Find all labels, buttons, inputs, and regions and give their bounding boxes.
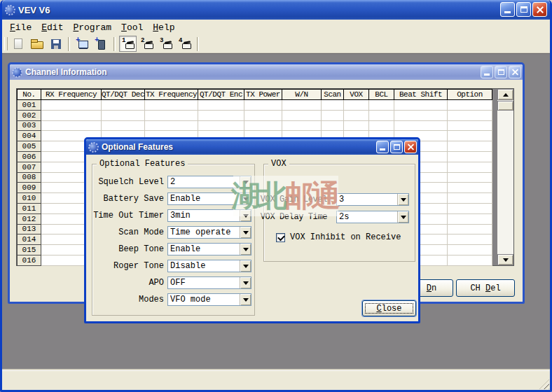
channel-cell[interactable]: [41, 110, 102, 120]
channel-cell[interactable]: [322, 110, 344, 120]
chevron-down-icon[interactable]: [240, 176, 251, 188]
channel-cell[interactable]: [448, 234, 492, 245]
close-button[interactable]: [532, 2, 547, 17]
scroll-thumb[interactable]: [497, 101, 513, 111]
channel-cell[interactable]: [448, 100, 492, 111]
channel-cell[interactable]: [448, 245, 492, 255]
channel-cell[interactable]: [448, 203, 492, 214]
channel-cell[interactable]: [448, 193, 492, 204]
channel-cell[interactable]: [448, 255, 492, 265]
channel-cell[interactable]: [102, 100, 145, 111]
menu-item-edit[interactable]: Edit: [36, 21, 68, 34]
chevron-down-icon[interactable]: [240, 193, 251, 204]
minimize-button[interactable]: [500, 2, 515, 17]
channel-cell[interactable]: [394, 110, 448, 120]
chevron-down-icon[interactable]: [397, 194, 408, 205]
channel-cell[interactable]: [448, 214, 492, 224]
vertical-scrollbar[interactable]: [497, 89, 513, 265]
channel-cell[interactable]: [344, 110, 369, 120]
channel-cell[interactable]: [244, 120, 282, 131]
chevron-down-icon[interactable]: [240, 227, 251, 238]
dialog-maximize-button[interactable]: [390, 141, 403, 153]
channel-cell[interactable]: [448, 120, 492, 131]
channel-cell[interactable]: [198, 100, 244, 111]
channel-window-title: Channel Information: [25, 67, 107, 77]
vox-inhibit-checkbox[interactable]: [276, 233, 285, 242]
channel-cell[interactable]: [448, 162, 492, 172]
channel-group-1-button[interactable]: 1: [119, 36, 137, 52]
channel-cell[interactable]: [282, 100, 322, 111]
vox-gain-level-combo[interactable]: 3: [336, 193, 409, 206]
toolbar-separator: [113, 37, 116, 51]
channel-cell[interactable]: [41, 100, 102, 111]
dialog-minimize-button[interactable]: [376, 141, 389, 153]
ch-del-button[interactable]: CH Del: [456, 279, 515, 297]
channel-cell[interactable]: [448, 110, 492, 120]
chevron-down-icon[interactable]: [240, 210, 251, 221]
channel-cell[interactable]: [369, 110, 394, 120]
channel-cell[interactable]: [244, 110, 282, 120]
channel-group-4-button[interactable]: 4: [176, 36, 193, 52]
channel-cell[interactable]: [344, 100, 369, 111]
menu-item-file[interactable]: File: [5, 21, 36, 34]
open-file-button[interactable]: [28, 36, 46, 52]
channel-cell[interactable]: [282, 120, 322, 131]
squelch-level-combo[interactable]: 2: [167, 176, 251, 188]
modes-combo[interactable]: VFO mode: [167, 293, 251, 306]
channel-cell[interactable]: [198, 120, 244, 131]
channel-cell[interactable]: [448, 151, 492, 162]
channel-cell[interactable]: [394, 120, 448, 131]
maximize-button[interactable]: [516, 2, 531, 17]
chevron-down-icon[interactable]: [240, 277, 251, 288]
channel-cell[interactable]: [448, 172, 492, 183]
save-file-button[interactable]: [47, 36, 64, 52]
channel-maximize-button[interactable]: [495, 66, 507, 78]
write-to-pc-button[interactable]: [74, 36, 91, 52]
time-out-timer-combo[interactable]: 3min: [167, 209, 251, 222]
chevron-down-icon[interactable]: [397, 211, 408, 223]
channel-cell[interactable]: [322, 100, 344, 111]
channel-cell[interactable]: [344, 120, 369, 131]
channel-cell[interactable]: [282, 110, 322, 120]
channel-cell[interactable]: [145, 120, 198, 131]
channel-cell[interactable]: [102, 110, 145, 120]
apo-combo[interactable]: OFF: [167, 276, 251, 289]
vox-delay-time-combo[interactable]: 2s: [336, 211, 409, 223]
scroll-down-button[interactable]: [497, 254, 513, 265]
channel-cell[interactable]: [448, 141, 492, 152]
channel-cell[interactable]: [369, 100, 394, 111]
close-dialog-button[interactable]: Close: [362, 300, 416, 316]
menu-item-program[interactable]: Program: [68, 21, 116, 34]
channel-cell[interactable]: [145, 110, 198, 120]
scroll-up-button[interactable]: [497, 89, 513, 100]
channel-cell[interactable]: [322, 120, 344, 131]
scan-mode-combo[interactable]: Time operate: [167, 226, 251, 239]
channel-cell[interactable]: [102, 120, 145, 131]
roger-tone-combo[interactable]: Disable: [167, 260, 251, 272]
menu-item-tool[interactable]: Tool: [116, 21, 148, 34]
channel-minimize-button[interactable]: [481, 66, 493, 78]
channel-cell[interactable]: [394, 100, 448, 111]
chevron-down-icon[interactable]: [240, 260, 251, 272]
channel-group-3-button[interactable]: 3: [157, 36, 174, 52]
channel-cell[interactable]: [448, 183, 492, 193]
channel-cell[interactable]: [448, 224, 492, 234]
channel-cell[interactable]: [448, 131, 492, 141]
apo-value: OFF: [170, 278, 186, 288]
channel-cell[interactable]: [369, 120, 394, 131]
new-file-button[interactable]: [9, 36, 27, 52]
resize-grip-icon[interactable]: [539, 379, 549, 389]
channel-cell[interactable]: [198, 110, 244, 120]
chevron-down-icon[interactable]: [240, 294, 251, 305]
beep-tone-combo[interactable]: Enable: [167, 243, 251, 255]
menu-item-help[interactable]: Help: [148, 21, 179, 34]
channel-cell[interactable]: [244, 100, 282, 111]
channel-close-button[interactable]: [509, 66, 521, 78]
write-to-radio-button[interactable]: [92, 36, 110, 52]
dialog-close-x-button[interactable]: [404, 141, 417, 153]
battery-save-combo[interactable]: Enable: [167, 192, 251, 205]
channel-group-2-button[interactable]: 2: [138, 36, 156, 52]
chevron-down-icon[interactable]: [240, 244, 251, 255]
channel-cell[interactable]: [145, 100, 198, 111]
channel-cell[interactable]: [41, 120, 102, 131]
